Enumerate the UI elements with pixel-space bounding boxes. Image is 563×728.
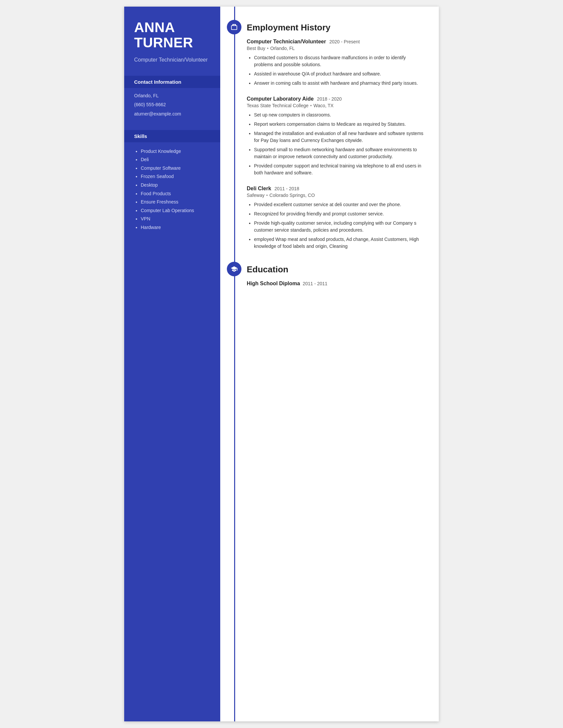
job-bullet: Provide high-quality customer service, i… — [254, 220, 424, 234]
job-header: Computer Laboratory Aide2018 - 2020 — [247, 96, 424, 102]
job-bullet: Report workers compensation claims to Me… — [254, 121, 424, 128]
skill-item: Product Knowledge — [141, 148, 210, 155]
edu-dates: 2011 - 2011 — [303, 281, 328, 286]
job-company: Safeway — [247, 193, 264, 198]
job-header: Deli Clerk2011 - 2018 — [247, 186, 424, 192]
job-title: Computer Laboratory Aide — [247, 96, 314, 102]
job-entry: Computer Technician/Volunteer2020 - Pres… — [247, 39, 424, 87]
skills-section: Product KnowledgeDeliComputer SoftwareFr… — [134, 147, 210, 233]
job-bullet: Contacted customers to discuss hardware … — [254, 54, 424, 68]
job-dates: 2020 - Present — [329, 39, 360, 44]
job-bullets: Set up new computers in classrooms.Repor… — [247, 112, 424, 176]
edu-degree: High School Diploma — [247, 281, 300, 286]
job-location: Waco, TX — [313, 103, 334, 108]
job-bullets: Provided excellent customer service at d… — [247, 201, 424, 250]
job-company: Best Buy — [247, 46, 265, 51]
job-bullet: Supported small to medium networking har… — [254, 146, 424, 160]
job-location: Colorado Springs, CO — [269, 193, 315, 198]
skill-item: Food Products — [141, 191, 210, 197]
skill-item: Desktop — [141, 182, 210, 189]
job-dates: 2018 - 2020 — [317, 96, 342, 102]
contact-section-header: Contact Information — [124, 76, 220, 88]
contact-email: aturner@example.com — [134, 111, 210, 117]
employment-icon — [227, 20, 241, 34]
job-bullet: Set up new computers in classrooms. — [254, 112, 424, 118]
skill-item: VPN — [141, 216, 210, 222]
job-company-line: Texas State Technical College•Waco, TX — [247, 103, 424, 108]
education-degree-line: High School Diploma2011 - 2011 — [247, 281, 424, 287]
jobs-container: Computer Technician/Volunteer2020 - Pres… — [247, 39, 424, 250]
graduation-icon — [230, 265, 238, 273]
skills-section-header: Skills — [124, 130, 220, 142]
skill-item: Deli — [141, 157, 210, 163]
skill-item: Hardware — [141, 224, 210, 231]
contact-phone: (660) 555-8662 — [134, 102, 210, 108]
skill-item: Ensure Freshness — [141, 199, 210, 205]
job-entry: Computer Laboratory Aide2018 - 2020Texas… — [247, 96, 424, 176]
education-section: Education High School Diploma2011 - 2011 — [220, 262, 424, 287]
job-location: Orlando, FL — [270, 46, 295, 51]
job-bullet: Provided computer support and technical … — [254, 162, 424, 176]
main-content: Employment History Computer Technician/V… — [220, 7, 439, 721]
education-entry: High School Diploma2011 - 2011 — [247, 281, 424, 287]
contact-location: Orlando, FL — [134, 93, 210, 99]
employment-title: Employment History — [247, 20, 424, 33]
contact-info: Orlando, FL (660) 555-8662 aturner@examp… — [134, 93, 210, 120]
sidebar: ANNA TURNER Computer Technician/Voluntee… — [124, 7, 220, 721]
job-bullet: employed Wrap meat and seafood products,… — [254, 236, 424, 250]
job-bullets: Contacted customers to discuss hardware … — [247, 54, 424, 87]
education-container: High School Diploma2011 - 2011 — [247, 281, 424, 287]
skills-list: Product KnowledgeDeliComputer SoftwareFr… — [134, 148, 210, 231]
skill-item: Frozen Seafood — [141, 173, 210, 180]
job-title: Deli Clerk — [247, 186, 271, 192]
job-bullet: Answer in coming calls to assist with ha… — [254, 80, 424, 87]
skill-item: Computer Software — [141, 165, 210, 172]
education-title: Education — [247, 262, 424, 275]
dot-separator: • — [267, 46, 268, 51]
job-company-line: Safeway•Colorado Springs, CO — [247, 193, 424, 198]
job-title: Computer Technician/Volunteer — [247, 39, 326, 45]
job-bullet: Provided excellent customer service at d… — [254, 201, 424, 208]
dot-separator: • — [310, 103, 312, 108]
employment-section: Employment History Computer Technician/V… — [220, 20, 424, 250]
job-dates: 2011 - 2018 — [274, 186, 300, 191]
job-bullet: Managed the installation and evaluation … — [254, 130, 424, 144]
education-icon — [227, 262, 241, 276]
dot-separator: • — [266, 193, 268, 198]
job-bullet: Assisted in warehouse Q/A of product har… — [254, 70, 424, 77]
job-header: Computer Technician/Volunteer2020 - Pres… — [247, 39, 424, 45]
candidate-name: ANNA TURNER — [134, 20, 210, 50]
job-bullet: Recognized for providing friendly and pr… — [254, 210, 424, 217]
briefcase-icon — [230, 23, 238, 31]
job-company: Texas State Technical College — [247, 103, 309, 108]
skill-item: Computer Lab Operations — [141, 207, 210, 214]
job-company-line: Best Buy•Orlando, FL — [247, 46, 424, 51]
job-entry: Deli Clerk2011 - 2018Safeway•Colorado Sp… — [247, 186, 424, 250]
candidate-title: Computer Technician/Volunteer — [134, 56, 210, 64]
